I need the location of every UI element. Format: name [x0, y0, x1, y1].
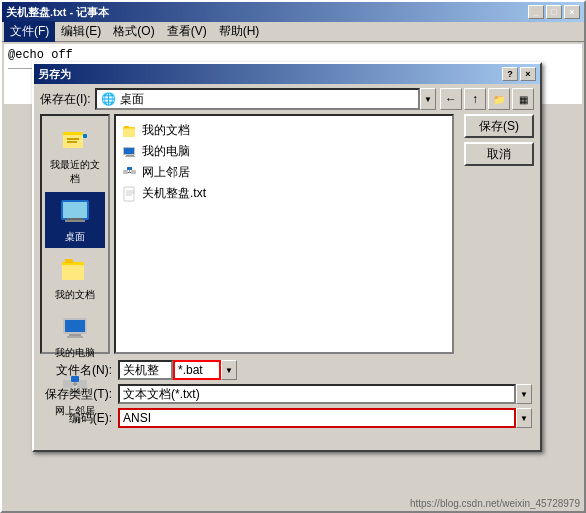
file-item-network[interactable]: 网上邻居 [120, 162, 448, 183]
nav-buttons: ← ↑ 📁 ▦ [440, 88, 534, 110]
svg-rect-26 [123, 128, 135, 137]
sidebar-mycomputer-label: 我的电脑 [55, 346, 95, 360]
sidebar-mycomputer[interactable]: 我的电脑 [45, 308, 105, 364]
dialog-help-button[interactable]: ? [502, 67, 518, 81]
up-button[interactable]: ↑ [464, 88, 486, 110]
action-buttons: 保存(S) 取消 [464, 114, 534, 354]
save-location-arrow[interactable]: ▼ [420, 88, 436, 110]
dialog-close-button[interactable]: × [520, 67, 536, 81]
watermark: https://blog.csdn.net/weixin_45728979 [410, 498, 580, 509]
back-button[interactable]: ← [440, 88, 462, 110]
file-label-mycomputer: 我的电脑 [142, 143, 190, 160]
svg-rect-31 [125, 156, 135, 157]
encoding-combo[interactable]: ▼ [118, 408, 532, 428]
file-item-txt[interactable]: 关机整盘.txt [120, 183, 448, 204]
svg-rect-36 [129, 170, 130, 173]
save-in-label: 保存在(I): [40, 91, 91, 108]
filetype-combo[interactable]: ▼ [118, 384, 532, 404]
menu-help[interactable]: 帮助(H) [213, 21, 266, 42]
dialog-titlebar: 另存为 ? × [34, 64, 540, 84]
new-folder-button[interactable]: 📁 [488, 88, 510, 110]
file-item-mydocs[interactable]: 我的文档 [120, 120, 448, 141]
svg-rect-10 [62, 265, 84, 280]
content-line1: @echo off [8, 48, 578, 62]
notepad-title: 关机整盘.txt - 记事本 [6, 5, 109, 20]
encoding-label: 编码(E): [42, 410, 112, 427]
svg-rect-13 [65, 320, 85, 332]
file-label-txt: 关机整盘.txt [142, 185, 206, 202]
menu-file[interactable]: 文件(F) [4, 21, 55, 42]
svg-rect-7 [67, 218, 83, 220]
svg-rect-33 [131, 170, 136, 174]
encoding-input[interactable] [118, 408, 516, 428]
filetype-input[interactable] [118, 384, 516, 404]
minimize-button[interactable]: _ [528, 5, 544, 19]
svg-rect-37 [124, 187, 134, 201]
file-list[interactable]: 我的文档 我的电脑 [114, 114, 454, 354]
svg-rect-14 [69, 334, 81, 336]
svg-rect-32 [123, 170, 128, 174]
save-location-combo[interactable]: 🌐 桌面 ▼ [95, 88, 436, 110]
filename-label: 文件名(N): [42, 362, 112, 379]
sidebar-desktop-label: 桌面 [65, 230, 85, 244]
file-label-network: 网上邻居 [142, 164, 190, 181]
filename-ext-input[interactable] [173, 360, 221, 380]
titlebar-buttons: _ □ × [528, 5, 580, 19]
menu-format[interactable]: 格式(O) [107, 21, 160, 42]
filename-combo-arrow[interactable]: ▼ [221, 360, 237, 380]
menubar: 文件(F) 编辑(E) 格式(O) 查看(V) 帮助(H) [2, 22, 584, 42]
filename-input-wrapper: ▼ [118, 360, 532, 380]
filename-text-input[interactable] [118, 360, 173, 380]
menu-view[interactable]: 查看(V) [161, 21, 213, 42]
encoding-row: 编码(E): ▼ [42, 408, 532, 428]
filetype-arrow[interactable]: ▼ [516, 384, 532, 404]
sidebar-desktop[interactable]: 桌面 [45, 192, 105, 248]
file-label-mydocs: 我的文档 [142, 122, 190, 139]
filetype-row: 保存类型(T): ▼ [42, 384, 532, 404]
save-as-dialog: 另存为 ? × 保存在(I): 🌐 桌面 ▼ ← ↑ 📁 ▦ [32, 62, 542, 452]
encoding-arrow[interactable]: ▼ [516, 408, 532, 428]
svg-rect-27 [124, 126, 129, 128]
svg-rect-29 [124, 148, 134, 154]
dialog-title: 另存为 [38, 67, 71, 82]
svg-rect-3 [67, 141, 77, 143]
svg-rect-4 [83, 134, 87, 138]
svg-rect-15 [67, 336, 83, 338]
notepad-window: 关机整盘.txt - 记事本 _ □ × 文件(F) 编辑(E) 格式(O) 查… [0, 0, 586, 513]
file-item-mycomputer[interactable]: 我的电脑 [120, 141, 448, 162]
dialog-sidebar: 我最近的文档 桌面 [40, 114, 110, 354]
view-button[interactable]: ▦ [512, 88, 534, 110]
dialog-title-buttons: ? × [502, 67, 536, 81]
dialog-bottom-fields: 文件名(N): ▼ 保存类型(T): ▼ 编码(E): [34, 354, 540, 434]
sidebar-mydocs[interactable]: 我的文档 [45, 250, 105, 306]
sidebar-recent-label: 我最近的文档 [47, 158, 103, 186]
cancel-button[interactable]: 取消 [464, 142, 534, 166]
filename-row: 文件名(N): ▼ [42, 360, 532, 380]
filetype-label: 保存类型(T): [42, 386, 112, 403]
svg-rect-35 [127, 167, 132, 170]
notepad-titlebar: 关机整盘.txt - 记事本 _ □ × [2, 2, 584, 22]
dialog-toolbar: 保存在(I): 🌐 桌面 ▼ ← ↑ 📁 ▦ [34, 84, 540, 114]
sidebar-recent[interactable]: 我最近的文档 [45, 120, 105, 190]
menu-edit[interactable]: 编辑(E) [55, 21, 107, 42]
maximize-button[interactable]: □ [546, 5, 562, 19]
close-button[interactable]: × [564, 5, 580, 19]
svg-rect-8 [65, 220, 85, 222]
svg-rect-6 [63, 202, 87, 218]
sidebar-mydocs-label: 我的文档 [55, 288, 95, 302]
svg-rect-2 [67, 138, 79, 140]
svg-rect-30 [126, 155, 134, 156]
svg-rect-11 [65, 259, 73, 263]
dialog-main-area: 我最近的文档 桌面 [34, 114, 540, 354]
save-location-value: 🌐 桌面 [95, 88, 420, 110]
save-button[interactable]: 保存(S) [464, 114, 534, 138]
